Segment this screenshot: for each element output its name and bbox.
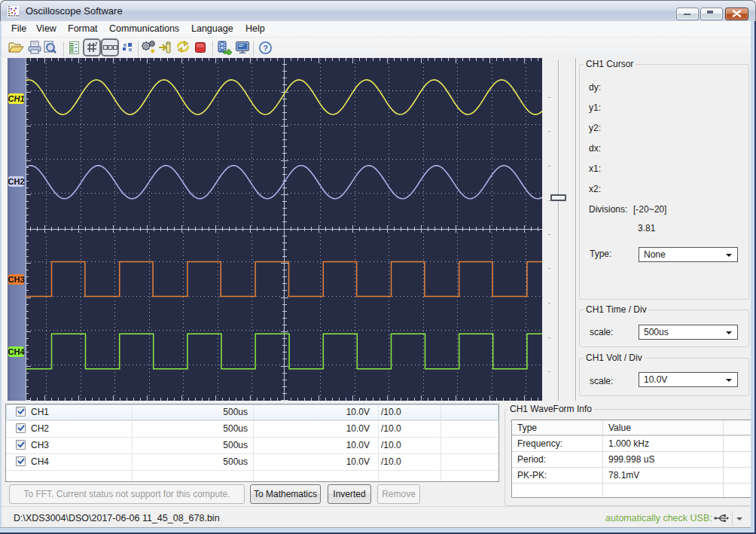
svg-text:?: ?	[263, 44, 268, 53]
